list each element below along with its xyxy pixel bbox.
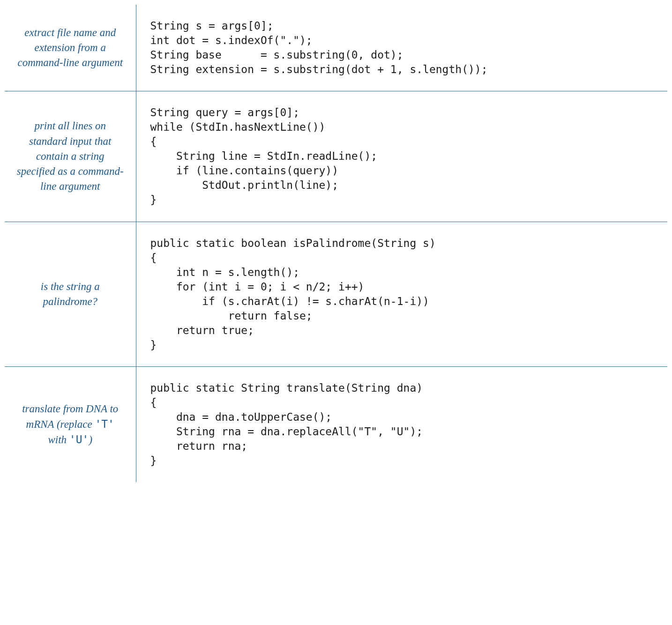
code-snippet: public static boolean isPalindrome(Strin… <box>150 236 658 352</box>
description-text: extract file name and extension from a c… <box>14 25 127 71</box>
description-text: print all lines on standard input that c… <box>14 119 127 194</box>
code-snippet: String s = args[0]; int dot = s.indexOf(… <box>150 19 658 77</box>
description-cell: print all lines on standard input that c… <box>5 91 136 222</box>
description-cell: translate from DNA to mRNA (replace 'T' … <box>5 366 136 482</box>
table-row: extract file name and extension from a c… <box>5 5 667 91</box>
table-row: is the string a palindrome? public stati… <box>5 222 667 366</box>
description-cell: extract file name and extension from a c… <box>5 5 136 91</box>
code-cell: public static boolean isPalindrome(Strin… <box>136 222 667 366</box>
inline-code-u: 'U' <box>69 433 89 446</box>
description-cell: is the string a palindrome? <box>5 222 136 366</box>
code-cell: String s = args[0]; int dot = s.indexOf(… <box>136 5 667 91</box>
description-text: translate from DNA to mRNA (replace 'T' … <box>14 402 127 448</box>
code-snippet: String query = args[0]; while (StdIn.has… <box>150 105 658 207</box>
description-text: is the string a palindrome? <box>14 279 127 309</box>
code-cell: String query = args[0]; while (StdIn.has… <box>136 91 667 222</box>
table-row: print all lines on standard input that c… <box>5 91 667 222</box>
code-cell: public static String translate(String dn… <box>136 366 667 482</box>
code-examples-table: extract file name and extension from a c… <box>5 5 667 482</box>
inline-code-t: 'T' <box>95 418 114 430</box>
code-snippet: public static String translate(String dn… <box>150 381 658 468</box>
table-row: translate from DNA to mRNA (replace 'T' … <box>5 366 667 482</box>
